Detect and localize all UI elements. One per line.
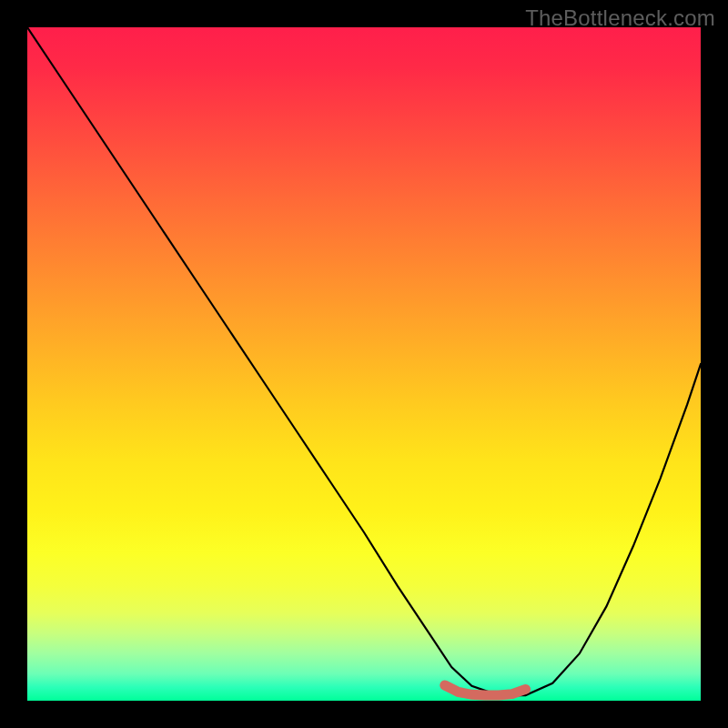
bottleneck-curve xyxy=(27,27,701,695)
curve-layer xyxy=(27,27,701,701)
plot-area xyxy=(27,27,701,701)
watermark-text: TheBottleneck.com xyxy=(525,5,715,31)
chart-frame: TheBottleneck.com xyxy=(0,0,728,728)
